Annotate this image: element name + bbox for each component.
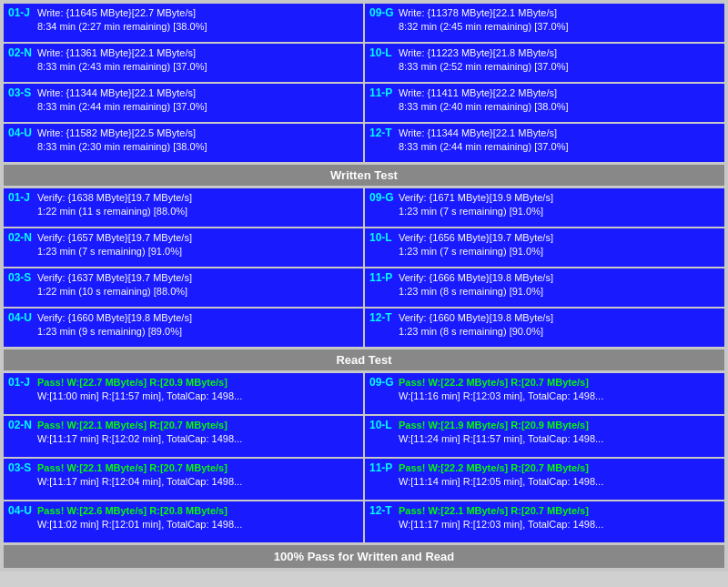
pass-line1-12t: Pass! W:[22.1 MByte/s] R:[20.7 MByte/s] <box>399 504 603 518</box>
write-line1-04u: Write: {11582 MByte}[22.5 MByte/s] <box>37 127 207 140</box>
verify-cell-10l: 10-L Verify: {1656 MByte}[19.7 MByte/s] … <box>365 228 724 267</box>
pass-line1-11p: Pass! W:[22.2 MByte/s] R:[20.7 MByte/s] <box>399 461 603 475</box>
pass-line1-04u: Pass! W:[22.6 MByte/s] R:[20.8 MByte/s] <box>37 504 242 518</box>
pass-cell-01j: 01-J Pass! W:[22.7 MByte/s] R:[20.9 MByt… <box>4 373 363 414</box>
vlabel-03s: 03-S <box>8 271 37 284</box>
verify-line1-12t: Verify: {1660 MByte}[19.8 MByte/s] <box>399 311 553 325</box>
pass-cell-02n: 02-N Pass! W:[22.1 MByte/s] R:[20.7 MByt… <box>4 416 363 457</box>
verify-line2-04u: 1:23 min (9 s remaining) [89.0%] <box>37 325 192 339</box>
write-line1-02n: Write: {11361 MByte}[22.1 MByte/s] <box>37 46 207 60</box>
write-line1-12t: Write: {11344 MByte}[22.1 MByte/s] <box>399 127 568 140</box>
write-line2-01j: 8:34 min (2:27 min remaining) [38.0%] <box>37 20 207 34</box>
main-container: 01-J Write: {11645 MByte}[22.7 MByte/s] … <box>0 0 728 572</box>
verify-line1-10l: Verify: {1656 MByte}[19.7 MByte/s] <box>399 231 553 245</box>
write-line1-01j: Write: {11645 MByte}[22.7 MByte/s] <box>37 6 207 20</box>
write-grid: 01-J Write: {11645 MByte}[22.7 MByte/s] … <box>4 4 724 162</box>
plabel-10l: 10-L <box>369 419 399 431</box>
write-line2-03s: 8:33 min (2:44 min remaining) [37.0%] <box>37 100 207 114</box>
pass-line2-12t: W:[11:17 min] R:[12:03 min], TotalCap: 1… <box>399 518 603 531</box>
write-line2-12t: 8:33 min (2:44 min remaining) [37.0%] <box>399 140 568 154</box>
drive-label-10l: 10-L <box>369 46 399 59</box>
verify-line2-09g: 1:23 min (7 s remaining) [91.0%] <box>399 205 553 218</box>
vlabel-09g: 09-G <box>369 191 399 204</box>
verify-line2-02n: 1:23 min (7 s remaining) [91.0%] <box>37 245 192 258</box>
pass-cell-12t: 12-T Pass! W:[22.1 MByte/s] R:[20.7 MByt… <box>365 501 724 542</box>
write-line1-11p: Write: {11411 MByte}[22.2 MByte/s] <box>399 86 568 100</box>
pass-cell-09g: 09-G Pass! W:[22.2 MByte/s] R:[20.7 MByt… <box>365 373 724 414</box>
write-section: 01-J Write: {11645 MByte}[22.7 MByte/s] … <box>4 4 724 162</box>
pass-cell-04u: 04-U Pass! W:[22.6 MByte/s] R:[20.8 MByt… <box>4 501 363 542</box>
verify-line2-01j: 1:22 min (11 s remaining) [88.0%] <box>37 205 192 218</box>
drive-label-01j: 01-J <box>8 6 37 19</box>
verify-line1-02n: Verify: {1657 MByte}[19.7 MByte/s] <box>37 231 192 245</box>
plabel-11p: 11-P <box>369 461 399 474</box>
pass-line2-04u: W:[11:02 min] R:[12:01 min], TotalCap: 1… <box>37 518 242 531</box>
verify-cell-04u: 04-U Verify: {1660 MByte}[19.8 MByte/s] … <box>4 309 363 347</box>
vlabel-04u: 04-U <box>8 311 37 324</box>
vlabel-01j: 01-J <box>8 191 37 204</box>
write-cell-01j: 01-J Write: {11645 MByte}[22.7 MByte/s] … <box>4 4 363 42</box>
footer-status: 100% Pass for Written and Read <box>4 545 724 568</box>
write-line1-09g: Write: {11378 MByte}[22.1 MByte/s] <box>399 6 568 20</box>
verify-cell-12t: 12-T Verify: {1660 MByte}[19.8 MByte/s] … <box>365 309 724 347</box>
pass-line1-03s: Pass! W:[22.1 MByte/s] R:[20.7 MByte/s] <box>37 461 242 475</box>
pass-cell-03s: 03-S Pass! W:[22.1 MByte/s] R:[20.7 MByt… <box>4 459 363 500</box>
verify-cell-11p: 11-P Verify: {1666 MByte}[19.8 MByte/s] … <box>365 268 724 307</box>
write-cell-12t: 12-T Write: {11344 MByte}[22.1 MByte/s] … <box>365 124 724 162</box>
verify-line1-01j: Verify: {1638 MByte}[19.7 MByte/s] <box>37 191 192 205</box>
verify-line1-09g: Verify: {1671 MByte}[19.9 MByte/s] <box>399 191 553 205</box>
write-line2-10l: 8:33 min (2:52 min remaining) [37.0%] <box>399 60 568 74</box>
verify-cell-01j: 01-J Verify: {1638 MByte}[19.7 MByte/s] … <box>4 188 363 227</box>
read-section: 01-J Pass! W:[22.7 MByte/s] R:[20.9 MByt… <box>4 373 724 542</box>
plabel-03s: 03-S <box>8 461 37 474</box>
verify-section: 01-J Verify: {1638 MByte}[19.7 MByte/s] … <box>4 188 724 347</box>
verify-grid: 01-J Verify: {1638 MByte}[19.7 MByte/s] … <box>4 188 724 347</box>
plabel-01j: 01-J <box>8 376 37 389</box>
verify-line1-03s: Verify: {1637 MByte}[19.7 MByte/s] <box>37 271 192 285</box>
drive-label-11p: 11-P <box>369 86 399 99</box>
pass-line2-03s: W:[11:17 min] R:[12:04 min], TotalCap: 1… <box>37 475 242 489</box>
drive-label-03s: 03-S <box>8 86 37 99</box>
write-cell-04u: 04-U Write: {11582 MByte}[22.5 MByte/s] … <box>4 124 363 162</box>
plabel-02n: 02-N <box>8 419 37 431</box>
drive-label-02n: 02-N <box>8 46 37 59</box>
verify-right-col: 09-G Verify: {1671 MByte}[19.9 MByte/s] … <box>365 188 724 347</box>
read-grid: 01-J Pass! W:[22.7 MByte/s] R:[20.9 MByt… <box>4 373 724 542</box>
read-right-col: 09-G Pass! W:[22.2 MByte/s] R:[20.7 MByt… <box>365 373 724 542</box>
write-cell-09g: 09-G Write: {11378 MByte}[22.1 MByte/s] … <box>365 4 724 42</box>
written-test-header: Written Test <box>4 165 724 186</box>
write-cell-03s: 03-S Write: {11344 MByte}[22.1 MByte/s] … <box>4 84 363 122</box>
verify-line2-03s: 1:22 min (10 s remaining) [88.0%] <box>37 285 192 299</box>
plabel-09g: 09-G <box>369 376 399 389</box>
pass-line1-01j: Pass! W:[22.7 MByte/s] R:[20.9 MByte/s] <box>37 376 242 390</box>
vlabel-11p: 11-P <box>369 271 399 284</box>
verify-cell-09g: 09-G Verify: {1671 MByte}[19.9 MByte/s] … <box>365 188 724 227</box>
verify-line2-11p: 1:23 min (8 s remaining) [91.0%] <box>399 285 553 299</box>
plabel-12t: 12-T <box>369 504 399 517</box>
pass-line2-02n: W:[11:17 min] R:[12:02 min], TotalCap: 1… <box>37 432 242 446</box>
write-right-col: 09-G Write: {11378 MByte}[22.1 MByte/s] … <box>365 4 724 162</box>
write-cell-02n: 02-N Write: {11361 MByte}[22.1 MByte/s] … <box>4 44 363 82</box>
pass-line1-09g: Pass! W:[22.2 MByte/s] R:[20.7 MByte/s] <box>399 376 603 390</box>
plabel-04u: 04-U <box>8 504 37 517</box>
write-line1-03s: Write: {11344 MByte}[22.1 MByte/s] <box>37 86 207 100</box>
verify-line1-04u: Verify: {1660 MByte}[19.8 MByte/s] <box>37 311 192 325</box>
pass-line1-10l: Pass! W:[21.9 MByte/s] R:[20.9 MByte/s] <box>399 419 603 432</box>
write-line2-09g: 8:32 min (2:45 min remaining) [37.0%] <box>399 20 568 34</box>
verify-left-col: 01-J Verify: {1638 MByte}[19.7 MByte/s] … <box>4 188 363 347</box>
write-line1-10l: Write: {11223 MByte}[21.8 MByte/s] <box>399 46 568 60</box>
read-left-col: 01-J Pass! W:[22.7 MByte/s] R:[20.9 MByt… <box>4 373 363 542</box>
write-line2-11p: 8:33 min (2:40 min remaining) [38.0%] <box>399 100 568 114</box>
drive-label-12t: 12-T <box>369 127 399 139</box>
write-line2-04u: 8:33 min (2:30 min remaining) [38.0%] <box>37 140 207 154</box>
verify-line2-12t: 1:23 min (8 s remaining) [90.0%] <box>399 325 553 339</box>
pass-line2-11p: W:[11:14 min] R:[12:05 min], TotalCap: 1… <box>399 475 603 489</box>
read-test-header: Read Test <box>4 349 724 370</box>
verify-cell-03s: 03-S Verify: {1637 MByte}[19.7 MByte/s] … <box>4 268 363 307</box>
pass-line2-01j: W:[11:00 min] R:[11:57 min], TotalCap: 1… <box>37 390 242 403</box>
verify-line1-11p: Verify: {1666 MByte}[19.8 MByte/s] <box>399 271 553 285</box>
pass-line1-02n: Pass! W:[22.1 MByte/s] R:[20.7 MByte/s] <box>37 419 242 432</box>
vlabel-10l: 10-L <box>369 231 399 244</box>
pass-line2-10l: W:[11:24 min] R:[11:57 min], TotalCap: 1… <box>399 432 603 446</box>
drive-label-09g: 09-G <box>369 6 399 19</box>
